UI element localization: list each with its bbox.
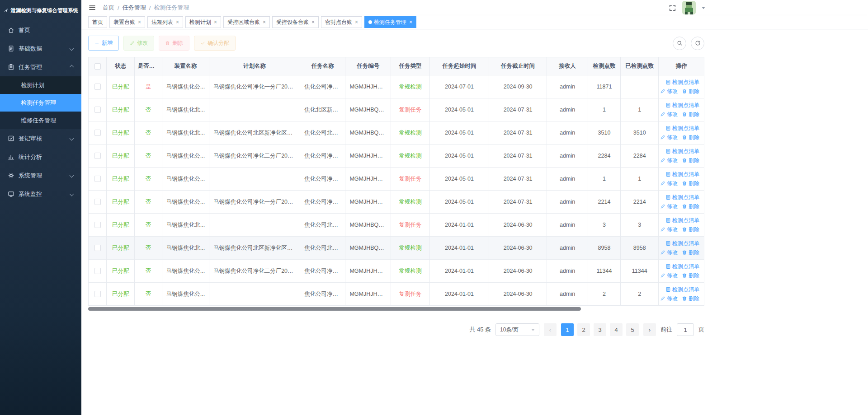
page-button-5[interactable]: 5 xyxy=(626,323,639,336)
row-delete-link[interactable]: 删除 xyxy=(682,87,699,96)
tab-home[interactable]: 首页 xyxy=(88,16,107,28)
page-button-4[interactable]: 4 xyxy=(610,323,623,336)
confirm-assign-button[interactable]: 确认分配 xyxy=(194,36,236,51)
checklist-link[interactable]: 检测点清单 xyxy=(665,285,699,294)
row-checkbox[interactable] xyxy=(94,245,101,251)
table-row[interactable]: 已分配 否 马钢煤焦化公... 焦化公司净化... MGMJHJHYF... 复… xyxy=(89,283,704,306)
checklist-link[interactable]: 检测点清单 xyxy=(665,124,699,133)
sidebar-item-detection-plan[interactable]: 检测计划 xyxy=(0,76,81,94)
sidebar-item-basic-data[interactable]: 基础数据 xyxy=(0,39,81,58)
goto-page-input[interactable] xyxy=(677,323,694,336)
fullscreen-icon[interactable] xyxy=(669,4,676,12)
chevron-down-icon[interactable] xyxy=(702,7,705,9)
sidebar-item-system-monitoring[interactable]: 系统监控 xyxy=(0,185,81,203)
close-icon[interactable]: × xyxy=(311,19,315,25)
row-checkbox[interactable] xyxy=(94,176,101,182)
checklist-link[interactable]: 检测点清单 xyxy=(665,78,699,87)
page-button-1[interactable]: 1 xyxy=(561,323,574,336)
scrollbar-thumb[interactable] xyxy=(88,307,581,311)
row-checkbox[interactable] xyxy=(94,222,101,228)
row-edit-link[interactable]: 修改 xyxy=(660,202,678,211)
row-edit-link[interactable]: 修改 xyxy=(660,110,678,119)
checklist-link[interactable]: 检测点清单 xyxy=(665,239,699,248)
sidebar-item-statistics[interactable]: 统计分析 xyxy=(0,148,81,166)
delete-button[interactable]: 删除 xyxy=(159,36,189,51)
page-size-select[interactable]: 10条/页 xyxy=(495,323,539,336)
row-edit-link[interactable]: 修改 xyxy=(660,156,678,165)
checklist-link[interactable]: 检测点清单 xyxy=(665,170,699,179)
table-row[interactable]: 已分配 是 马钢煤焦化公... 马钢煤焦化公司净化一分厂2024年第三... 焦… xyxy=(89,75,704,98)
refresh-button[interactable] xyxy=(691,37,704,50)
add-button[interactable]: 新增 xyxy=(88,36,119,51)
row-delete-link[interactable]: 删除 xyxy=(682,225,699,234)
points-cell: 1 xyxy=(588,168,620,191)
edit-button[interactable]: 修改 xyxy=(123,36,154,51)
prev-page-button[interactable]: ‹ xyxy=(544,323,557,336)
checklist-link[interactable]: 检测点清单 xyxy=(665,262,699,271)
table-row[interactable]: 已分配 否 马钢煤焦化北... 马钢煤焦化公司北区新净化区域2024年... 焦… xyxy=(89,237,704,260)
sidebar-item-system-management[interactable]: 系统管理 xyxy=(0,166,81,185)
tab-controlled-device-ledger[interactable]: 受控设备台账× xyxy=(272,16,319,28)
table-row[interactable]: 已分配 否 马钢煤焦化北... 焦化北区新净... MGMJHBQXJ... 复… xyxy=(89,98,704,121)
table-row[interactable]: 已分配 否 马钢煤焦化公... 马钢煤焦化公司净化二分厂2024年第一... 焦… xyxy=(89,260,704,283)
close-icon[interactable]: × xyxy=(263,19,266,25)
sidebar-item-home[interactable]: 首页 xyxy=(0,21,81,39)
row-checkbox[interactable] xyxy=(94,199,101,205)
row-delete-link[interactable]: 删除 xyxy=(682,110,699,119)
breadcrumb: 首页 / 任务管理 / 检测任务管理 xyxy=(103,4,189,12)
tab-device-ledger[interactable]: 装置台账× xyxy=(109,16,145,28)
row-checkbox[interactable] xyxy=(94,130,101,136)
row-edit-link[interactable]: 修改 xyxy=(660,271,678,280)
sidebar-item-detection-task-management[interactable]: 检测任务管理 xyxy=(0,94,81,112)
table-row[interactable]: 已分配 否 马钢煤焦化公... 马钢煤焦化公司净化一分厂2024年第二... 焦… xyxy=(89,191,704,214)
tab-detection-plan[interactable]: 检测计划× xyxy=(185,16,221,28)
checklist-link[interactable]: 检测点清单 xyxy=(665,216,699,225)
breadcrumb-home[interactable]: 首页 xyxy=(103,4,114,12)
sidebar-item-task-management[interactable]: 任务管理 xyxy=(0,58,81,76)
row-checkbox[interactable] xyxy=(94,291,101,297)
page-button-2[interactable]: 2 xyxy=(577,323,590,336)
row-delete-link[interactable]: 删除 xyxy=(682,271,699,280)
checklist-link[interactable]: 检测点清单 xyxy=(665,147,699,156)
row-delete-link[interactable]: 删除 xyxy=(682,133,699,142)
row-delete-link[interactable]: 删除 xyxy=(682,179,699,188)
page-button-3[interactable]: 3 xyxy=(594,323,606,336)
row-edit-link[interactable]: 修改 xyxy=(660,294,678,303)
close-icon[interactable]: × xyxy=(138,19,141,25)
tab-detection-task-management[interactable]: 检测任务管理× xyxy=(364,16,416,28)
row-edit-link[interactable]: 修改 xyxy=(660,133,678,142)
table-row[interactable]: 已分配 否 马钢煤焦化公... 马钢煤焦化公司净化二分厂2024年第二... 焦… xyxy=(89,145,704,168)
table-row[interactable]: 已分配 否 马钢煤焦化北... 马钢煤焦化公司北区新净化区域2024年... 焦… xyxy=(89,121,704,145)
sidebar-item-registration-review[interactable]: 登记审核 xyxy=(0,129,81,148)
row-edit-link[interactable]: 修改 xyxy=(660,179,678,188)
close-icon[interactable]: × xyxy=(214,19,217,25)
tab-controlled-area-ledger[interactable]: 受控区域台账× xyxy=(223,16,270,28)
row-edit-link[interactable]: 修改 xyxy=(660,248,678,257)
row-edit-link[interactable]: 修改 xyxy=(660,225,678,234)
sidebar-item-repair-task-management[interactable]: 维修任务管理 xyxy=(0,112,81,129)
checklist-link[interactable]: 检测点清单 xyxy=(665,101,699,110)
row-checkbox[interactable] xyxy=(94,153,101,159)
row-delete-link[interactable]: 删除 xyxy=(682,156,699,165)
hamburger-icon[interactable] xyxy=(88,4,96,11)
checklist-link[interactable]: 检测点清单 xyxy=(665,193,699,202)
search-button[interactable] xyxy=(673,37,686,50)
close-icon[interactable]: × xyxy=(409,19,412,25)
row-edit-link[interactable]: 修改 xyxy=(660,87,678,96)
row-delete-link[interactable]: 删除 xyxy=(682,202,699,211)
tab-seal-point-ledger[interactable]: 密封点台账× xyxy=(321,16,362,28)
next-page-button[interactable]: › xyxy=(643,323,656,336)
row-checkbox[interactable] xyxy=(94,107,101,113)
close-icon[interactable]: × xyxy=(176,19,179,25)
tab-regulation-list[interactable]: 法规列表× xyxy=(147,16,183,28)
table-row[interactable]: 已分配 否 马钢煤焦化公... 焦化公司净化... MGMJHJHYF... 复… xyxy=(89,168,704,191)
row-delete-link[interactable]: 删除 xyxy=(682,294,699,303)
select-all-checkbox[interactable] xyxy=(94,63,101,70)
breadcrumb-task-management[interactable]: 任务管理 xyxy=(123,4,146,12)
table-row[interactable]: 已分配 否 马钢煤焦化北... 焦化公司北区... MGMJHBQXJ... 复… xyxy=(89,214,704,237)
row-checkbox[interactable] xyxy=(94,84,101,90)
row-checkbox[interactable] xyxy=(94,268,101,274)
close-icon[interactable]: × xyxy=(355,19,358,25)
avatar[interactable] xyxy=(682,1,696,14)
row-delete-link[interactable]: 删除 xyxy=(682,248,699,257)
